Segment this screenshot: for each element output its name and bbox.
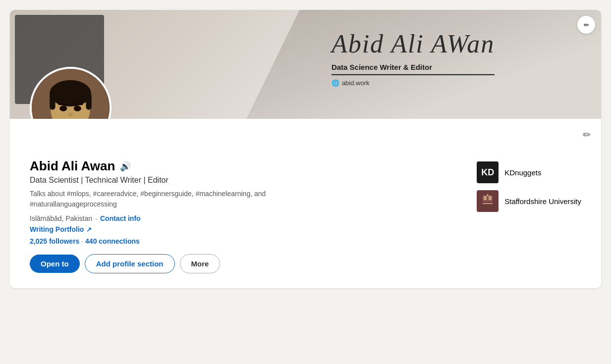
- profile-banner: Abid Ali AWan Data Science Writer & Edit…: [10, 10, 601, 119]
- add-profile-section-button[interactable]: Add profile section: [85, 254, 175, 273]
- profile-name: Abid Ali Awan: [30, 158, 115, 174]
- followers-count[interactable]: 2,025 followers: [30, 237, 79, 245]
- svg-rect-9: [58, 103, 68, 105]
- banner-signature-area: Abid Ali AWan Data Science Writer & Edit…: [332, 31, 495, 87]
- svg-rect-14: [484, 196, 487, 200]
- connections-count[interactable]: 440 connections: [85, 237, 140, 245]
- avatar-svg: [32, 67, 110, 119]
- profile-edit-button[interactable]: ✏: [583, 129, 591, 141]
- company-item-staffordshire[interactable]: Staffordshire University: [477, 190, 581, 212]
- profile-right-column: KD KDnuggets: [477, 158, 581, 212]
- banner-website: abid.work: [332, 79, 495, 87]
- staffordshire-logo-svg: [479, 192, 497, 210]
- followers-separator: ·: [81, 237, 85, 245]
- name-row: Abid Ali Awan 🔊: [30, 158, 377, 174]
- profile-body: ✏ Abid Ali Awan 🔊 Data Scientist | Techn…: [10, 119, 601, 288]
- company-item-kdnuggets[interactable]: KD KDnuggets: [477, 161, 581, 183]
- avatar-image: [32, 69, 110, 119]
- pencil-icon: ✏: [583, 129, 591, 141]
- kdnuggets-name: KDnuggets: [504, 168, 541, 177]
- external-link-icon: ↗: [86, 226, 92, 233]
- kdnuggets-logo: KD: [477, 161, 499, 183]
- profile-location-row: Islāmābād, Pakistan · Contact info: [30, 214, 377, 222]
- more-button[interactable]: More: [180, 254, 221, 273]
- globe-icon: [332, 79, 339, 87]
- svg-rect-15: [489, 196, 492, 200]
- signature-text: Abid Ali AWan: [332, 31, 495, 57]
- svg-point-4: [50, 80, 91, 106]
- actions-row: Open to Add profile section More: [30, 254, 377, 273]
- avatar: [30, 67, 111, 119]
- pencil-icon: ✏: [584, 21, 589, 29]
- svg-rect-10: [73, 103, 83, 105]
- writing-portfolio-link[interactable]: Writing Portfolio ↗: [30, 225, 377, 233]
- location-separator: ·: [95, 214, 97, 222]
- followers-row: 2,025 followers · 440 connections: [30, 237, 377, 245]
- profile-card: Abid Ali AWan Data Science Writer & Edit…: [10, 10, 601, 288]
- svg-rect-5: [50, 93, 55, 109]
- open-to-button[interactable]: Open to: [30, 255, 80, 273]
- profile-title: Data Scientist | Technical Writer | Edit…: [30, 176, 377, 185]
- portfolio-label: Writing Portfolio: [30, 225, 84, 233]
- profile-layout: Abid Ali Awan 🔊 Data Scientist | Technic…: [30, 158, 581, 273]
- svg-rect-6: [86, 93, 91, 109]
- location-text: Islāmābād, Pakistan: [30, 214, 92, 222]
- banner-edit-button[interactable]: ✏: [577, 16, 595, 34]
- speaker-icon[interactable]: 🔊: [120, 161, 131, 172]
- svg-rect-16: [483, 203, 493, 204]
- profile-left-column: Abid Ali Awan 🔊 Data Scientist | Technic…: [30, 158, 377, 273]
- svg-point-11: [68, 112, 73, 116]
- staffordshire-name: Staffordshire University: [504, 197, 581, 206]
- banner-tagline: Data Science Writer & Editor: [332, 63, 495, 75]
- svg-point-7: [59, 105, 67, 111]
- website-url[interactable]: abid.work: [342, 79, 370, 87]
- contact-info-link[interactable]: Contact info: [100, 214, 141, 222]
- staffordshire-logo: [477, 190, 499, 212]
- portfolio-row: Writing Portfolio ↗: [30, 225, 377, 233]
- profile-tags: Talks about #mlops, #careeradvice, #begi…: [30, 189, 337, 209]
- svg-point-8: [74, 105, 81, 111]
